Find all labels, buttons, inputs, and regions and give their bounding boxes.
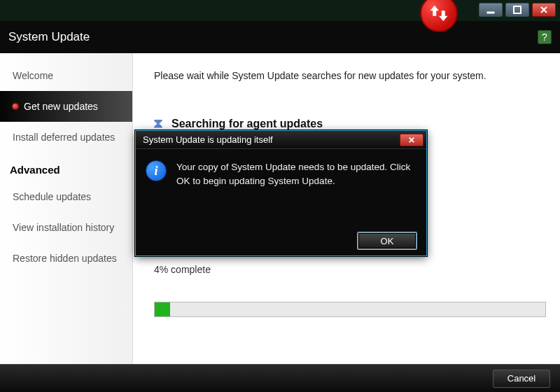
svg-rect-1 bbox=[514, 6, 521, 13]
sidebar-item-restore-hidden[interactable]: Restore hidden updates bbox=[0, 243, 132, 274]
dialog-titlebar: System Update is updating itself bbox=[136, 131, 426, 149]
sidebar-item-get-new-updates[interactable]: Get new updates bbox=[0, 91, 132, 122]
minimize-button[interactable] bbox=[479, 3, 503, 17]
sidebar-heading-advanced: Advanced bbox=[0, 153, 132, 181]
maximize-button[interactable] bbox=[505, 3, 529, 17]
dialog-footer: OK bbox=[136, 226, 426, 255]
svg-rect-0 bbox=[487, 12, 494, 13]
dialog-message: Your copy of System Update needs to be u… bbox=[176, 160, 414, 223]
footer: Cancel bbox=[0, 364, 560, 392]
app-window: System Update ? Welcome Get new updates … bbox=[0, 0, 560, 392]
sidebar-item-schedule-updates[interactable]: Schedule updates bbox=[0, 181, 132, 212]
sidebar-item-view-history[interactable]: View installation history bbox=[0, 212, 132, 243]
sidebar-item-welcome[interactable]: Welcome bbox=[0, 60, 132, 91]
hourglass-icon: ⧗ bbox=[153, 116, 163, 131]
searching-row: ⧗ Searching for agent updates bbox=[154, 116, 546, 131]
window-controls bbox=[479, 3, 556, 17]
app-titlebar: System Update ? bbox=[0, 21, 560, 53]
main-intro-text: Please wait while System Update searches… bbox=[154, 70, 546, 81]
app-title: System Update bbox=[8, 30, 90, 44]
info-icon: i bbox=[146, 160, 167, 181]
self-update-dialog: System Update is updating itself i Your … bbox=[135, 130, 427, 256]
help-icon[interactable]: ? bbox=[538, 30, 552, 44]
os-titlebar bbox=[0, 0, 560, 21]
dialog-body: i Your copy of System Update needs to be… bbox=[136, 149, 426, 226]
progress-text: 4% complete bbox=[154, 264, 546, 275]
dialog-close-button[interactable] bbox=[400, 134, 424, 146]
dialog-ok-button[interactable]: OK bbox=[358, 232, 416, 249]
sidebar-item-label: Get new updates bbox=[24, 101, 98, 112]
dialog-title: System Update is updating itself bbox=[143, 134, 273, 145]
close-button[interactable] bbox=[532, 3, 556, 17]
progress-fill bbox=[155, 302, 170, 316]
progress-bar bbox=[154, 302, 546, 317]
searching-label: Searching for agent updates bbox=[172, 118, 323, 130]
sidebar-item-install-deferred[interactable]: Install deferred updates bbox=[0, 122, 132, 153]
sidebar: Welcome Get new updates Install deferred… bbox=[0, 53, 133, 364]
cancel-button[interactable]: Cancel bbox=[493, 370, 550, 388]
